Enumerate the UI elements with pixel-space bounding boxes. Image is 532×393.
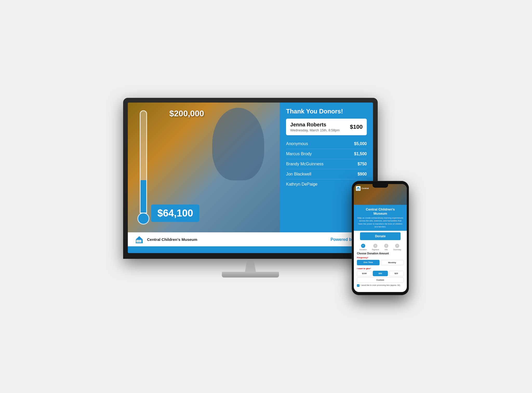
- featured-donor-info: Jenna Roberts Wednesday, March 15th, 8:5…: [290, 122, 340, 132]
- phone-step-label-1: Donation: [360, 249, 367, 250]
- svg-rect-11: [359, 188, 360, 190]
- phone-amount-50[interactable]: $50: [373, 271, 388, 276]
- phone-org-section: Central Children'sMuseum Help us create …: [354, 205, 407, 231]
- museum-svg-icon: [135, 236, 143, 243]
- svg-rect-4: [140, 240, 141, 242]
- phone-amount-label: I want to give*: [357, 267, 404, 270]
- phone-processing-fee-row: ✓ I would like to cover processing fees …: [357, 284, 404, 287]
- list-item: Marcus Brody $1,500: [286, 149, 367, 159]
- list-item: Jon Blackwell $900: [286, 169, 367, 179]
- svg-rect-9: [358, 188, 358, 190]
- featured-donor-amount: $100: [350, 124, 363, 130]
- monitor-bezel: $200,000: [123, 98, 378, 259]
- donor-name: Anonymous: [286, 141, 308, 146]
- phone-step-circle-2: 2: [373, 244, 377, 248]
- thermometer-tube: [140, 110, 147, 213]
- donor-name: Brandy McGuinness: [286, 162, 323, 166]
- featured-donor-date: Wednesday, March 15th, 8:58pm: [290, 128, 340, 132]
- phone-org-title: Central Children'sMuseum: [357, 207, 404, 215]
- phone-step-circle-1: ✓: [361, 244, 365, 248]
- donor-name: Jon Blackwell: [286, 172, 311, 177]
- desktop-monitor: $200,000: [123, 98, 378, 280]
- donor-amount: $5,000: [354, 141, 367, 146]
- monitor-neck: [243, 259, 258, 272]
- phone-bezel: Central Central Children'sMuseum Help us…: [352, 181, 409, 295]
- phone-step-label-2: Payment: [372, 249, 379, 250]
- screen-left-panel: $200,000: [128, 103, 280, 232]
- phone-step-summary: ≡ Summary: [393, 244, 401, 250]
- phone-frequency-buttons: One Time Monthly: [357, 260, 404, 265]
- screen-main: $200,000: [128, 103, 373, 232]
- svg-rect-2: [138, 240, 139, 242]
- phone-amount-100[interactable]: $100: [357, 271, 372, 276]
- phone-step-circle-4: ≡: [395, 244, 399, 248]
- org-logo: Central Children's Museum: [134, 234, 197, 245]
- donor-amount: $750: [357, 162, 367, 166]
- powered-by-label: Powered by: [331, 237, 354, 242]
- mobile-phone: Central Central Children'sMuseum Help us…: [352, 181, 409, 295]
- svg-marker-12: [357, 187, 360, 188]
- phone-donate-button[interactable]: Donate: [360, 232, 401, 240]
- list-item: Anonymous $5,000: [286, 139, 367, 149]
- phone-logo-icon: [356, 186, 361, 191]
- thermometer-fill: [141, 180, 146, 213]
- phone-logo-text: Central: [362, 187, 369, 189]
- phone-step-info: 3 Info: [384, 244, 388, 250]
- phone-steps: ✓ Donation 2 Payment 3 Info ≡: [354, 242, 407, 252]
- phone-amount-grid: $100 $50 $25: [357, 271, 404, 276]
- phone-processing-fee-label: I would like to cover processing fees (a…: [361, 284, 400, 286]
- screen-blue-bar: [128, 246, 373, 253]
- phone-logo-bar: Central: [356, 186, 369, 191]
- current-amount: $64,100: [157, 208, 193, 219]
- phone-donate-wrapper: Donate: [354, 231, 407, 242]
- list-item: Brandy McGuinness $750: [286, 159, 367, 169]
- phone-processing-fee-checkbox[interactable]: ✓: [357, 284, 360, 287]
- svg-rect-3: [139, 240, 140, 242]
- phone-freq-monthly[interactable]: Monthly: [381, 260, 404, 265]
- screen-footer: Central Children's Museum Powered by one…: [128, 232, 373, 246]
- donor-name: Marcus Brody: [286, 152, 312, 156]
- donor-amount: $900: [357, 172, 367, 177]
- phone-notch: [373, 184, 388, 188]
- phone-step-label-4: Summary: [393, 249, 401, 250]
- current-amount-box: $64,100: [151, 205, 199, 222]
- phone-form-title: Choose Donation Amount: [357, 252, 404, 255]
- phone-content: Central Children'sMuseum Help us create …: [354, 205, 407, 292]
- monitor-screen: $200,000: [128, 103, 373, 253]
- phone-step-label-3: Info: [385, 249, 388, 250]
- goal-amount: $200,000: [169, 109, 204, 118]
- svg-rect-8: [357, 188, 357, 190]
- phone-step-payment: 2 Payment: [372, 244, 379, 250]
- phone-form-section: Choose Donation Amount Frequency* One Ti…: [354, 252, 407, 292]
- svg-marker-5: [136, 236, 143, 239]
- donor-name: Kathryn DePaige: [286, 182, 317, 187]
- donor-amount: $1,500: [354, 152, 367, 156]
- phone-screen: Central Central Children'sMuseum Help us…: [354, 184, 407, 292]
- thank-you-title: Thank You Donors!: [286, 108, 367, 115]
- phone-amount-25[interactable]: $25: [389, 271, 404, 276]
- museum-logo-icon: [134, 234, 144, 245]
- phone-frequency-label: Frequency*: [357, 256, 404, 259]
- phone-custom-amount[interactable]: Custom: [357, 277, 404, 283]
- phone-org-desc: Help us create extraordinary learning ex…: [357, 216, 404, 228]
- thermometer-bulb: [137, 213, 149, 225]
- thermometer: [136, 110, 151, 225]
- phone-freq-one-time[interactable]: One Time: [357, 260, 380, 265]
- phone-step-circle-3: 3: [384, 244, 388, 248]
- svg-rect-6: [136, 242, 143, 243]
- featured-donor-card: Jenna Roberts Wednesday, March 15th, 8:5…: [286, 119, 367, 135]
- monitor-stand: [123, 259, 378, 277]
- phone-step-donation: ✓ Donation: [360, 244, 367, 250]
- org-name: Central Children's Museum: [147, 237, 197, 242]
- monitor-base: [222, 272, 279, 277]
- featured-donor-name: Jenna Roberts: [290, 122, 340, 128]
- scene: $200,000: [123, 98, 409, 295]
- svg-rect-1: [136, 240, 137, 242]
- svg-rect-10: [358, 188, 359, 190]
